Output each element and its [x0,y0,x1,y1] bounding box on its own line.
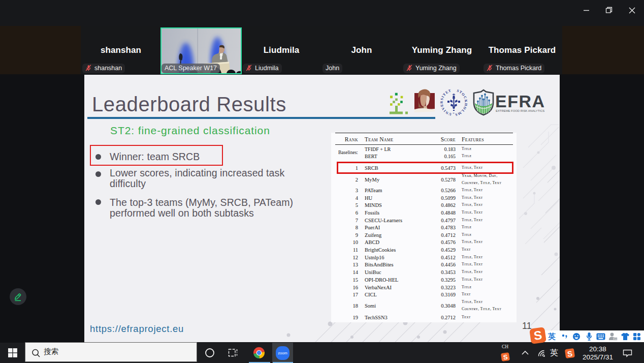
svg-text:34: 34 [614,337,617,340]
svg-text:STOCKHOLMS: STOCKHOLMS [455,88,468,116]
svg-text:UNIVERSITET: UNIVERSITET [440,88,452,116]
svg-text:+: + [453,111,455,115]
